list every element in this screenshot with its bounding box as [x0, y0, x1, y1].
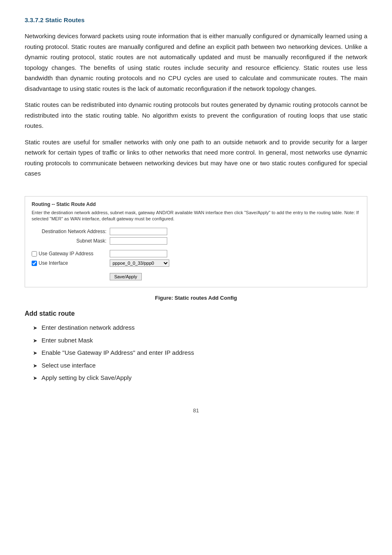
list-item-text: Enter subnet Mask — [42, 336, 93, 345]
gateway-input[interactable] — [110, 250, 167, 257]
list-arrow-icon: ➤ — [33, 374, 37, 382]
gateway-checkbox[interactable] — [32, 251, 37, 257]
list-item: ➤Enter subnet Mask — [33, 336, 367, 345]
list-item: ➤Enter destination network address — [33, 323, 367, 333]
destination-input[interactable] — [110, 228, 167, 235]
figure-panel-title: Routing -- Static Route Add — [32, 201, 360, 207]
list-arrow-icon: ➤ — [33, 337, 37, 345]
gateway-checkbox-label: Use Gateway IP Address — [32, 251, 110, 257]
subnet-input[interactable] — [110, 237, 167, 245]
section-title: 3.3.7.2 Static Routes — [25, 16, 367, 23]
list-item: ➤Select use interface — [33, 361, 367, 370]
paragraph-3: Static routes are useful for smaller net… — [25, 137, 367, 179]
figure-caption: Figure: Static routes Add Config — [25, 295, 367, 301]
list-item-text: Enter destination network address — [42, 323, 135, 333]
form-table: Destination Network Address: Subnet Mask… — [32, 228, 360, 280]
interface-checkbox[interactable] — [32, 261, 37, 266]
destination-row: Destination Network Address: — [32, 228, 360, 235]
figure-box: Routing -- Static Route Add Enter the de… — [25, 196, 367, 288]
list-arrow-icon: ➤ — [33, 362, 37, 370]
save-apply-button[interactable]: Save/Apply — [110, 273, 142, 280]
interface-select[interactable]: pppoe_0_0_33/ppp0 — [110, 259, 169, 267]
list-arrow-icon: ➤ — [33, 349, 37, 357]
paragraph-2: Static routes can be redistributed into … — [25, 99, 367, 131]
page-number: 81 — [25, 407, 367, 414]
interface-checkbox-label: Use Interface — [32, 260, 110, 266]
list-item: ➤Enable "Use Gateway IP Address" and ent… — [33, 348, 367, 358]
gateway-label-text: Use Gateway IP Address — [39, 251, 93, 257]
add-static-title: Add static route — [25, 310, 367, 317]
interface-label-text: Use Interface — [39, 260, 68, 266]
destination-label: Destination Network Address: — [32, 229, 110, 234]
gateway-row: Use Gateway IP Address — [32, 250, 360, 257]
list-item-text: Select use interface — [42, 361, 96, 370]
list-item: ➤Apply setting by click Save/Apply — [33, 373, 367, 383]
figure-note: Enter the destination network address, s… — [32, 210, 360, 222]
steps-list: ➤Enter destination network address➤Enter… — [25, 323, 367, 383]
subnet-label: Subnet Mask: — [32, 238, 110, 244]
list-item-text: Apply setting by click Save/Apply — [42, 373, 131, 383]
paragraph-1: Networking devices forward packets using… — [25, 31, 367, 94]
interface-row: Use Interface pppoe_0_0_33/ppp0 — [32, 259, 360, 267]
list-item-text: Enable "Use Gateway IP Address" and ente… — [42, 348, 194, 358]
subnet-row: Subnet Mask: — [32, 237, 360, 245]
list-arrow-icon: ➤ — [33, 324, 37, 332]
